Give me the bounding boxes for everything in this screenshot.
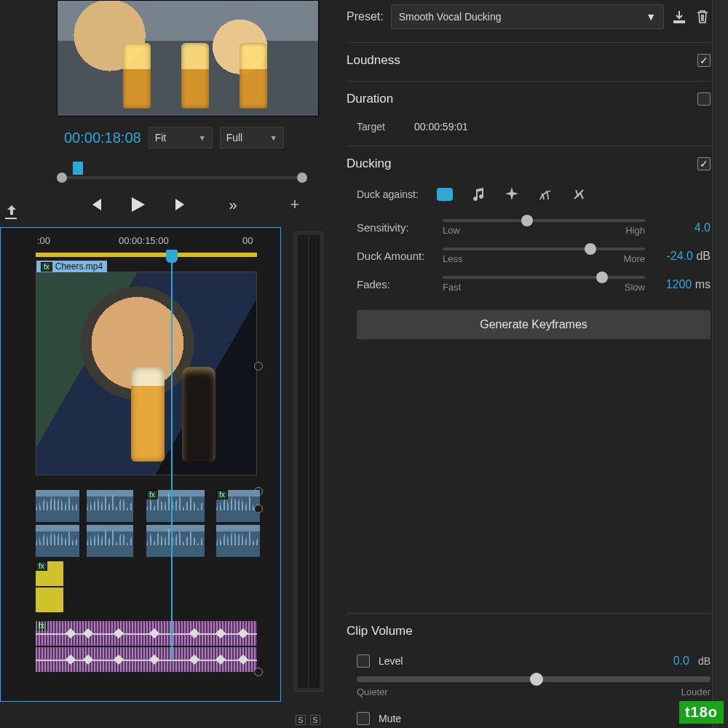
duck-amount-min: Less [443, 253, 462, 264]
ruler-tick-start: :00 [37, 235, 50, 246]
audio-clip-dialogue[interactable]: fx [216, 490, 260, 522]
video-clip[interactable]: fx Cheers.mp4 [36, 272, 257, 475]
mute-label: Mute [379, 713, 401, 724]
audio-clip-dialogue[interactable] [87, 525, 133, 557]
duck-amount-label: Duck Amount: [357, 250, 432, 262]
in-point-icon[interactable] [57, 173, 67, 183]
work-area-bar[interactable] [36, 253, 257, 257]
fades-value[interactable]: 1200 [666, 278, 692, 290]
level-unit: dB [698, 655, 711, 667]
duration-title: Duration [347, 92, 393, 106]
level-slider[interactable] [357, 676, 711, 682]
duck-against-unassigned-icon[interactable] [569, 184, 589, 205]
fades-max: Slow [625, 282, 645, 293]
chevron-down-icon: ▼ [199, 134, 206, 142]
solo-button[interactable]: S [296, 715, 306, 725]
play-button[interactable] [129, 195, 148, 214]
timeline-panel[interactable]: :00 00:00:15:00 00 fx Cheers.mp4 [0, 227, 281, 702]
ducking-title: Ducking [347, 157, 391, 171]
solo-button[interactable]: S [310, 715, 320, 725]
fades-unit: ms [692, 278, 711, 290]
sensitivity-slider[interactable] [443, 219, 645, 222]
audio-clip-dialogue[interactable] [87, 490, 133, 522]
quality-dropdown[interactable]: Full ▼ [220, 127, 284, 149]
preset-dropdown[interactable]: Smooth Vocal Ducking ▼ [391, 4, 664, 29]
audio-meters [294, 232, 323, 692]
loudness-checkbox[interactable] [697, 54, 711, 67]
audio-clip-dialogue[interactable] [146, 525, 205, 557]
level-max: Louder [681, 687, 711, 697]
audio-clip-dialogue[interactable] [216, 525, 260, 557]
mute-checkbox[interactable] [357, 712, 370, 725]
sensitivity-value[interactable]: 4.0 [695, 221, 711, 234]
duck-against-dialogue-icon[interactable] [435, 184, 455, 205]
audio-clip-dialogue[interactable] [36, 525, 79, 557]
generate-keyframes-button[interactable]: Generate Keyframes [357, 310, 711, 339]
fx-badge[interactable]: fx [146, 490, 158, 499]
program-monitor [57, 0, 319, 116]
audio-clip-dialogue[interactable] [36, 490, 79, 522]
clip-name: Cheers.mp4 [55, 261, 103, 272]
track-resize-handle[interactable] [254, 362, 263, 371]
level-value[interactable]: 0.0 [673, 654, 689, 668]
step-forward-button[interactable] [171, 195, 190, 214]
level-label: Level [379, 655, 403, 667]
duck-against-label: Duck against: [357, 189, 419, 200]
audio-clip-sfx[interactable]: fx [36, 561, 63, 586]
ruler-tick-end: 00 [242, 235, 253, 246]
duck-amount-unit: dB [693, 250, 711, 262]
level-min: Quieter [357, 687, 388, 697]
clip-label-bar: fx Cheers.mp4 [36, 261, 107, 272]
duck-against-music-icon[interactable] [468, 184, 488, 205]
sensitivity-min: Low [443, 225, 460, 236]
loudness-title: Loudness [347, 53, 400, 68]
fades-min: Fast [443, 282, 461, 293]
track-resize-handle[interactable] [254, 668, 263, 676]
meter-left [298, 235, 308, 688]
add-button[interactable]: + [285, 195, 304, 214]
duck-amount-slider[interactable] [443, 248, 645, 250]
right-rail [712, 0, 728, 728]
preset-value: Smooth Vocal Ducking [399, 11, 502, 23]
slider-thumb[interactable] [530, 673, 543, 686]
meter-right [309, 235, 320, 688]
quality-value: Full [226, 132, 243, 143]
chevron-down-icon: ▼ [646, 11, 656, 23]
chevron-down-icon: ▼ [270, 134, 277, 142]
zoom-value: Fit [155, 132, 167, 143]
out-point-icon[interactable] [297, 173, 307, 183]
duck-against-ambience-icon[interactable] [535, 184, 555, 205]
fx-badge[interactable]: fx [36, 561, 47, 571]
export-icon[interactable] [3, 204, 19, 220]
watermark: t18o [679, 701, 724, 724]
time-ruler[interactable]: :00 00:00:15:00 00 [1, 228, 280, 263]
target-value[interactable]: 00:00:59:01 [414, 121, 468, 132]
duration-checkbox[interactable] [697, 92, 711, 106]
fades-slider[interactable] [443, 276, 645, 279]
timecode[interactable]: 00:00:18:08 [64, 130, 141, 146]
slider-thumb[interactable] [585, 243, 596, 255]
audio-clip-music[interactable]: fx [36, 621, 257, 646]
step-back-button[interactable] [87, 195, 106, 214]
ruler-tick-mid: 00:00:15:00 [119, 235, 169, 246]
scrub-playhead[interactable] [73, 162, 83, 175]
audio-clip-sfx[interactable] [36, 587, 63, 612]
track-resize-handle[interactable] [254, 505, 263, 513]
duck-amount-value[interactable]: -24.0 [667, 250, 693, 262]
sensitivity-label: Sensitivity: [357, 221, 432, 234]
zoom-dropdown[interactable]: Fit ▼ [149, 127, 213, 149]
audio-clip-dialogue[interactable]: fx [146, 490, 205, 522]
audio-clip-music[interactable] [36, 647, 257, 672]
sensitivity-max: High [625, 225, 645, 236]
ducking-checkbox[interactable] [697, 157, 711, 170]
fx-badge[interactable]: fx [41, 262, 52, 272]
skip-forward-button[interactable]: » [222, 195, 241, 214]
scrub-bar[interactable] [57, 159, 307, 188]
level-checkbox[interactable] [357, 654, 370, 668]
save-preset-icon[interactable] [671, 9, 687, 25]
clip-volume-title: Clip Volume [347, 624, 711, 654]
duck-against-sfx-icon[interactable] [502, 184, 522, 205]
fades-label: Fades: [357, 278, 432, 290]
trash-icon[interactable] [695, 9, 711, 25]
playhead[interactable] [171, 251, 173, 659]
